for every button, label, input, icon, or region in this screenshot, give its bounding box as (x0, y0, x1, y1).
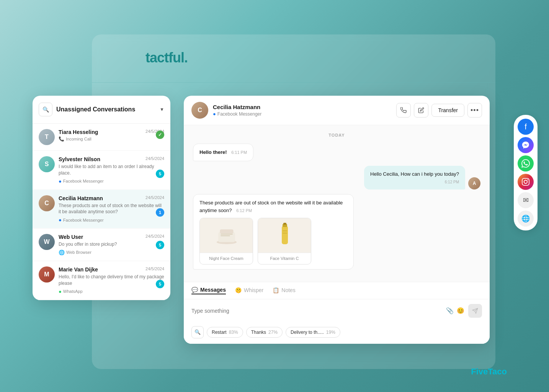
brand-accent: Taco (488, 367, 507, 376)
avatar: T (39, 129, 55, 145)
quick-reply-chip[interactable]: Delivery to th..... 19% (286, 327, 340, 338)
chat-messages: TODAY Hello there! 6:11 PM Hello Cecilia… (184, 125, 490, 282)
list-item[interactable]: S Sylvester Nilson 24/5/2024 I would lik… (33, 151, 170, 190)
conv-badge: 5 (156, 241, 164, 249)
chat-user-channel: ● Facebook Messenger (213, 111, 392, 117)
message-text: These products are out of stock on the w… (199, 200, 343, 213)
tab-notes[interactable]: 📋 Notes (273, 287, 296, 294)
instagram-channel-button[interactable] (518, 174, 534, 190)
message-bubble: Hello there! 6:11 PM (193, 144, 253, 161)
messenger-channel-button[interactable] (518, 137, 534, 153)
fivetaco-brand: FiveTaco (471, 367, 507, 377)
conv-header: Sylvester Nilson 24/5/2024 (59, 156, 164, 162)
input-icons: 📎 😊 (446, 307, 464, 314)
conv-date: 24/5/2024 (145, 234, 164, 238)
facebook-channel-icon: ● (213, 111, 216, 117)
conv-body: Sylvester Nilson 24/5/2024 I would like … (59, 156, 164, 184)
conv-body: Web User 24/5/2024 Do you offer in store… (59, 234, 164, 255)
conv-body: Cecilia Hatzmann 24/5/2024 These product… (59, 195, 164, 223)
conv-body: Marie Van Dijke 24/5/2024 Hello, I'd lik… (59, 266, 164, 294)
tab-label: Whisper (244, 287, 263, 293)
list-item[interactable]: W Web User 24/5/2024 Do you offer in sto… (33, 229, 170, 261)
globe-channel-button[interactable]: 🌐 (518, 211, 534, 227)
tab-messages[interactable]: 💬 Messages (191, 287, 226, 294)
message-time: 6:12 PM (370, 179, 459, 185)
search-bar: 🔍 Unassigned Conversations ▼ (33, 96, 170, 124)
quick-reply-chip[interactable]: Restart 83% (207, 327, 243, 338)
transfer-button[interactable]: Transfer (431, 104, 464, 117)
chip-label: Restart (212, 330, 227, 335)
edit-button[interactable] (414, 103, 428, 118)
conv-name: Tiara Hesseling (59, 129, 98, 135)
dropdown-arrow-icon[interactable]: ▼ (160, 107, 164, 112)
product-name: Night Face Cream (200, 253, 253, 264)
quick-replies: 🔍 Restart 83% Thanks 27% Delivery to th.… (184, 322, 490, 344)
emoji-icon[interactable]: 😊 (457, 307, 464, 314)
conv-channel: 📞 Incoming Call (59, 136, 164, 142)
send-button[interactable] (468, 304, 482, 318)
product-image (200, 218, 253, 253)
svg-rect-5 (282, 226, 288, 244)
message-bubble: Hello Cecilia, How can i help you today?… (364, 166, 465, 190)
whatsapp-icon: ● (59, 289, 62, 294)
chat-panel: C Cecilia Hatzmann ● Facebook Messenger … (184, 96, 490, 344)
search-icon[interactable]: 🔍 (39, 103, 52, 116)
conv-preview: Do you offer in store pickup? (59, 241, 147, 248)
conv-name: Web User (59, 234, 83, 240)
chat-avatar: C (191, 102, 208, 119)
tab-whisper[interactable]: 🤫 Whisper (235, 287, 263, 294)
email-channel-button[interactable]: ✉ (518, 192, 534, 208)
conv-preview: These products are out of stock on the w… (59, 203, 164, 216)
avatar: S (39, 156, 55, 172)
list-item[interactable]: M Marie Van Dijke 24/5/2024 Hello, I'd l… (33, 261, 170, 300)
more-options-button[interactable]: ••• (467, 103, 482, 118)
call-button[interactable] (396, 103, 411, 118)
conv-header: Web User 24/5/2024 (59, 234, 164, 240)
day-divider: TODAY (193, 133, 480, 137)
conv-date: 24/5/2024 (145, 195, 164, 200)
chat-user-name: Cecilia Hatzmann (213, 104, 392, 110)
conv-badge: 5 (156, 280, 164, 288)
svg-rect-8 (283, 230, 287, 231)
message-time: 6:12 PM (236, 208, 252, 213)
conv-channel: 🌐 Web Browser (59, 250, 164, 255)
conv-channel: ● Facebook Messenger (59, 217, 164, 223)
message-row: Hello Cecilia, How can i help you today?… (193, 166, 480, 190)
message-text: Hello there! (199, 149, 227, 155)
channel-label: Facebook Messenger (63, 179, 104, 183)
social-channels-panel: f ✉ 🌐 (514, 115, 538, 230)
chat-tabs: 💬 Messages 🤫 Whisper 📋 Notes (184, 282, 490, 299)
quick-reply-search[interactable]: 🔍 (191, 326, 204, 338)
channel-label: Facebook Messenger (63, 218, 104, 222)
conv-body: Tiara Hesseling 24/5/2024 📞 Incoming Cal… (59, 129, 164, 145)
message-row: Hello there! 6:11 PM (193, 144, 480, 161)
conv-header: Tiara Hesseling 24/5/2024 (59, 129, 164, 135)
cream-svg (213, 224, 240, 247)
whisper-icon: 🤫 (235, 287, 242, 293)
chip-pct: 19% (326, 330, 335, 335)
call-icon: 📞 (59, 136, 64, 142)
product-image (258, 218, 311, 253)
message-time: 6:11 PM (231, 150, 247, 155)
svg-rect-3 (221, 234, 233, 235)
web-icon: 🌐 (59, 250, 65, 255)
message-input[interactable] (191, 308, 442, 314)
messages-icon: 💬 (191, 287, 198, 293)
conv-date: 24/5/2024 (145, 266, 164, 271)
svg-rect-9 (283, 233, 287, 234)
svg-rect-4 (221, 235, 230, 236)
list-item[interactable]: C Cecilia Hatzmann 24/5/2024 These produ… (33, 190, 170, 229)
chip-pct: 27% (268, 330, 278, 335)
whatsapp-channel-button[interactable] (518, 155, 534, 172)
attachment-icon[interactable]: 📎 (446, 307, 454, 314)
conv-name: Marie Van Dijke (59, 266, 98, 273)
quick-reply-chip[interactable]: Thanks 27% (246, 327, 283, 338)
list-item[interactable]: T Tiara Hesseling 24/5/2024 📞 Incoming C… (33, 124, 170, 151)
conv-header: Cecilia Hatzmann 24/5/2024 (59, 195, 164, 201)
conv-badge: 5 (156, 170, 164, 178)
facebook-channel-button[interactable]: f (518, 119, 534, 135)
avatar: W (39, 234, 55, 250)
conv-channel: ● WhatsApp (59, 289, 164, 294)
conversations-dropdown-label[interactable]: Unassigned Conversations (56, 106, 156, 113)
agent-avatar: A (468, 177, 480, 189)
